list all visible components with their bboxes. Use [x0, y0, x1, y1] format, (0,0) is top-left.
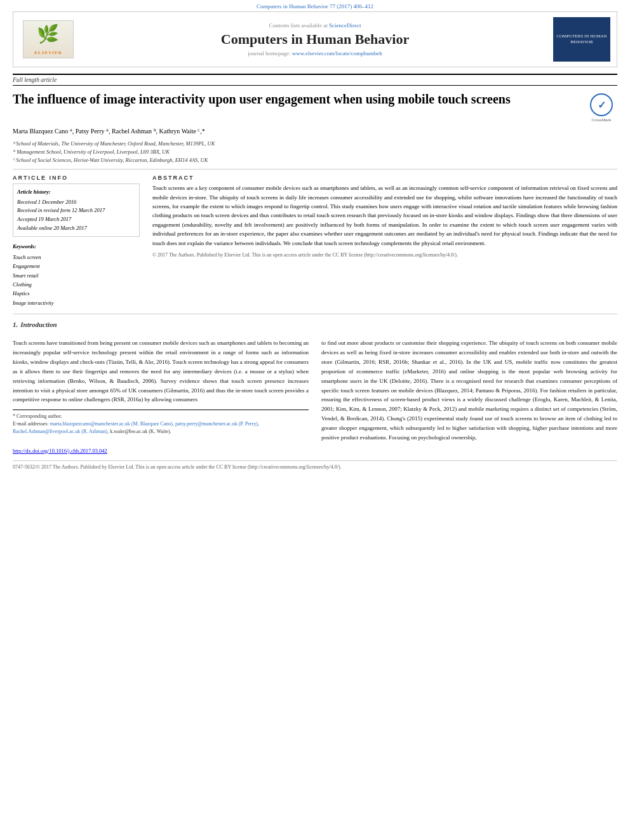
abstract-text: Touch screens are a key component of con…	[152, 183, 617, 248]
license-text: © 2017 The Authors. Published by Elsevie…	[152, 251, 617, 259]
footer-text: 0747-5632/© 2017 The Authors. Published …	[13, 463, 342, 471]
intro-left-text: Touch screens have transitioned from bei…	[13, 338, 309, 404]
authors-line: Marta Blazquez Cano ᵃ, Patsy Perry ᵃ, Ra…	[13, 126, 617, 136]
science-direct-line: Contents lists available at ScienceDirec…	[83, 22, 547, 29]
keywords-box: Keywords: Touch screen Engagement Smart …	[13, 242, 140, 307]
contents-text: Contents lists available at	[269, 22, 328, 29]
title-section: The influence of image interactivity upo…	[13, 91, 617, 123]
right-column: ABSTRACT Touch screens are a key compone…	[152, 175, 617, 307]
keywords-label: Keywords:	[13, 242, 140, 251]
crossmark-label: CrossMark	[591, 117, 611, 123]
license-content: © 2017 The Authors. Published by Elsevie…	[152, 252, 458, 258]
affil-b: ᵇ Management School, University of Liver…	[13, 148, 617, 156]
section-title-row: 1. Introduction	[13, 321, 617, 332]
kw-1: Engagement	[13, 262, 140, 270]
elsevier-logo-section: ELSEVIER	[20, 20, 77, 58]
emails-label-text: E-mail addresses:	[13, 421, 49, 427]
affiliations-block: ᵃ School of Materials, The University of…	[13, 140, 617, 170]
homepage-url[interactable]: www.elsevier.com/locate/comphumbeh	[292, 50, 382, 57]
received-date: Received 1 December 2016	[17, 199, 76, 205]
article-body-top: ARTICLE INFO Article history: Received 1…	[13, 175, 617, 307]
journal-center-header: Contents lists available at ScienceDirec…	[83, 22, 547, 57]
email-0[interactable]: marta.blazquezcano@manchester.ac.uk (M. …	[50, 421, 174, 427]
homepage-text: journal homepage:	[248, 50, 290, 57]
page-footer: 0747-5632/© 2017 The Authors. Published …	[13, 460, 617, 471]
kw-3: Clothing	[13, 280, 140, 289]
right-logo: COMPUTERS IN HUMAN BEHAVIOR	[553, 17, 610, 62]
kw-2: Smart retail	[13, 271, 140, 280]
footnotes: * Corresponding author. E-mail addresses…	[13, 410, 309, 436]
elsevier-label: ELSEVIER	[34, 50, 62, 55]
revised-date: Received in revised form 12 March 2017	[17, 207, 105, 213]
article-type: Full length article	[13, 74, 617, 86]
top-citation: Computers in Human Behavior 77 (2017) 40…	[0, 0, 630, 11]
elsevier-logo: ELSEVIER	[23, 20, 74, 58]
homepage-line: journal homepage: www.elsevier.com/locat…	[83, 50, 547, 57]
email-2[interactable]: Rachel.Ashman@liverpool.ac.uk (R. Ashman…	[13, 429, 109, 434]
journal-title: Computers in Human Behavior	[83, 31, 547, 48]
doi-link[interactable]: http://dx.doi.org/10.1016/j.chb.2017.03.…	[13, 448, 107, 454]
available-date: Available online 20 March 2017	[17, 225, 87, 231]
intro-left-col: Touch screens have transitioned from bei…	[13, 338, 309, 442]
email-label: E-mail addresses: marta.blazquezcano@man…	[13, 420, 309, 436]
corresponding-label: * Corresponding author.	[13, 413, 309, 420]
science-direct-link[interactable]: ScienceDirect	[329, 22, 361, 29]
main-content: Full length article The influence of ima…	[13, 74, 617, 443]
section-divider	[13, 314, 617, 314]
section-number: 1.	[13, 321, 18, 328]
abstract-heading: ABSTRACT	[152, 175, 617, 181]
affil-c: ᶜ School of Social Sciences, Heriot-Watt…	[13, 156, 617, 164]
intro-right-col: to find out more about products or custo…	[321, 338, 617, 442]
doi-line: http://dx.doi.org/10.1016/j.chb.2017.03.…	[13, 448, 617, 454]
kw-0: Touch screen	[13, 253, 140, 262]
accepted-date: Accepted 19 March 2017	[17, 216, 71, 222]
crossmark-icon: ✓	[590, 93, 613, 116]
history-label: Article history:	[17, 188, 135, 197]
article-info-box: Article history: Received 1 December 201…	[13, 183, 140, 237]
email-1[interactable]: patsy.perry@manchester.ac.uk (P. Perry),	[175, 421, 259, 427]
kw-4: Haptics	[13, 289, 140, 298]
section-title: Introduction	[20, 321, 57, 328]
crossmark-section: ✓ CrossMark	[586, 93, 617, 123]
article-title: The influence of image interactivity upo…	[13, 91, 586, 107]
intro-right-text: to find out more about products or custo…	[321, 338, 617, 442]
email-3: k.waite@hw.ac.uk (K. Waite).	[110, 429, 171, 434]
introduction-section: 1. Introduction Touch screens have trans…	[13, 321, 617, 442]
intro-two-col: Touch screens have transitioned from bei…	[13, 338, 617, 442]
kw-5: Image interactivity	[13, 298, 140, 307]
journal-header: ELSEVIER Contents lists available at Sci…	[13, 11, 617, 67]
citation-text: Computers in Human Behavior 77 (2017) 40…	[257, 3, 373, 10]
left-column: ARTICLE INFO Article history: Received 1…	[13, 175, 140, 307]
right-logo-text: COMPUTERS IN HUMAN BEHAVIOR	[556, 34, 608, 45]
article-info-heading: ARTICLE INFO	[13, 175, 140, 181]
affil-a: ᵃ School of Materials, The University of…	[13, 140, 617, 148]
